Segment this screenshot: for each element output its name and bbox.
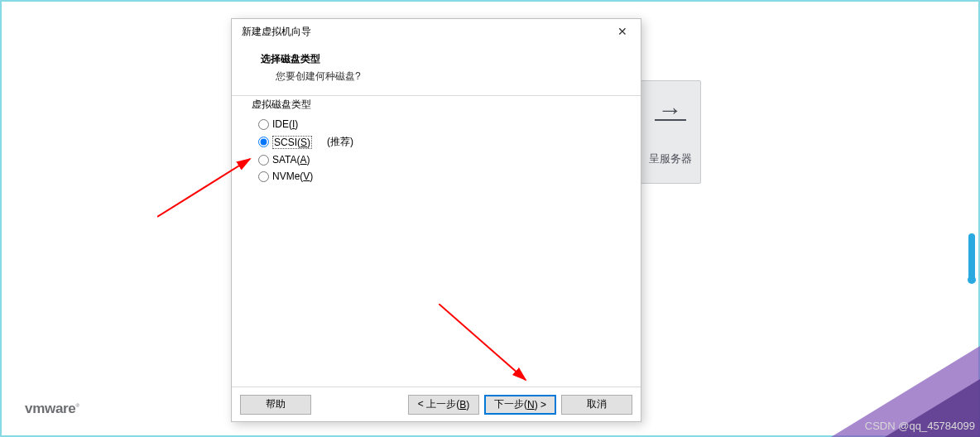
- disk-type-group: 虚拟磁盘类型 IDE(I) SCSI(S) (推荐) SATA(A) NVMe: [247, 104, 626, 193]
- dialog-header-subtitle: 您要创建何种磁盘?: [276, 70, 624, 84]
- dialog-title: 新建虚拟机向导: [242, 25, 311, 39]
- radio-nvme-label: NVMe(V): [272, 170, 313, 182]
- radio-ide[interactable]: IDE(I): [257, 116, 616, 132]
- dialog-body: 虚拟磁盘类型 IDE(I) SCSI(S) (推荐) SATA(A) NVMe: [232, 96, 641, 387]
- cancel-button[interactable]: 取消: [561, 395, 632, 415]
- group-title: 虚拟磁盘类型: [250, 98, 313, 112]
- dialog-titlebar[interactable]: 新建虚拟机向导 ✕: [232, 19, 641, 44]
- next-button[interactable]: 下一步(N) >: [484, 395, 556, 415]
- dialog-footer: 帮助 < 上一步(B) 下一步(N) > 取消: [232, 387, 641, 421]
- radio-scsi-label: SCSI(S): [272, 136, 312, 149]
- radio-ide-input[interactable]: [258, 119, 269, 130]
- bg-card-label: 呈服务器: [649, 151, 692, 166]
- help-button[interactable]: 帮助: [240, 395, 311, 415]
- radio-ide-label: IDE(I): [272, 118, 298, 130]
- vmware-logo: vmware®: [25, 401, 79, 417]
- bg-remote-server-card: → 呈服务器: [639, 80, 701, 184]
- recommend-label: (推荐): [327, 135, 353, 149]
- radio-nvme-input[interactable]: [258, 171, 269, 182]
- close-icon[interactable]: ✕: [611, 22, 634, 41]
- radio-nvme[interactable]: NVMe(V): [257, 168, 616, 185]
- radio-scsi[interactable]: SCSI(S) (推荐): [257, 132, 616, 151]
- dialog-header: 选择磁盘类型 您要创建何种磁盘?: [232, 44, 641, 96]
- radio-sata-label: SATA(A): [272, 154, 310, 166]
- new-vm-wizard-dialog: 新建虚拟机向导 ✕ 选择磁盘类型 您要创建何种磁盘? 虚拟磁盘类型 IDE(I)…: [231, 18, 641, 422]
- back-button[interactable]: < 上一步(B): [408, 395, 479, 415]
- radio-sata[interactable]: SATA(A): [257, 151, 616, 168]
- underline-icon: [655, 119, 686, 121]
- csdn-watermark: CSDN @qq_45784099: [865, 420, 975, 432]
- dialog-header-title: 选择磁盘类型: [261, 52, 624, 66]
- radio-scsi-input[interactable]: [258, 137, 269, 147]
- scroll-thumb[interactable]: [968, 233, 975, 280]
- radio-sata-input[interactable]: [258, 155, 269, 166]
